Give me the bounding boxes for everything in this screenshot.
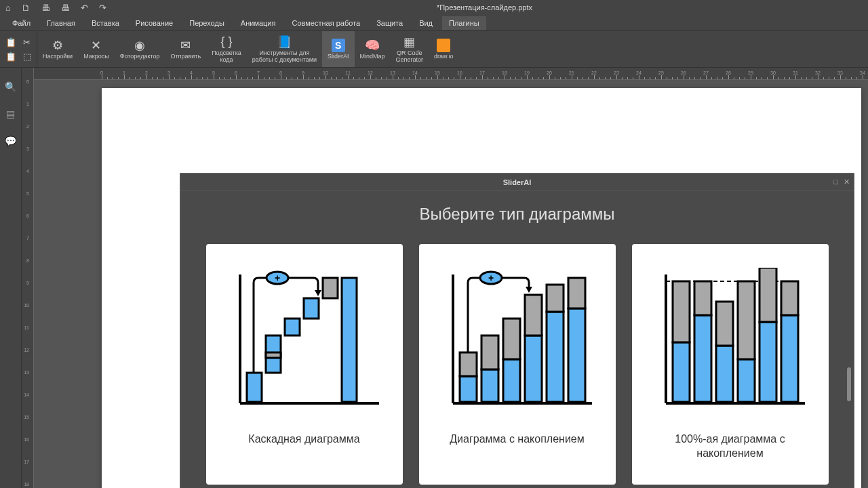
modal-titlebar[interactable]: SliderAI □ ✕ (180, 174, 854, 191)
svg-rect-35 (716, 302, 733, 346)
svg-rect-23 (568, 308, 585, 402)
svg-rect-13 (460, 376, 477, 402)
svg-rect-4 (266, 352, 281, 358)
svg-rect-6 (304, 298, 319, 319)
svg-rect-38 (760, 322, 776, 402)
stacked100-chart-icon (646, 258, 815, 420)
tool-sliderai[interactable]: SSliderAI (322, 31, 355, 67)
svg-rect-33 (694, 281, 711, 315)
copy-icon[interactable]: 📋 (5, 37, 16, 47)
modal-title: SliderAI (503, 178, 532, 186)
scrollbar-thumb[interactable] (847, 367, 851, 401)
card-waterfall[interactable]: + Каскадная диаграмма (206, 244, 403, 485)
svg-rect-34 (716, 346, 733, 402)
tool-отправить[interactable]: ✉Отправить (165, 31, 207, 67)
svg-text:+: + (274, 272, 279, 283)
left-rail: 🔍 ▤ 💬 (0, 68, 22, 488)
menu-plugins[interactable]: Плагины (442, 16, 486, 30)
menu-insert[interactable]: Вставка (85, 16, 126, 30)
menu-home[interactable]: Главная (40, 16, 82, 30)
svg-rect-14 (460, 352, 477, 376)
card-stacked100-label: 100%-ая диаграмма с накоплением (646, 432, 815, 461)
comments-icon[interactable]: 💬 (5, 136, 16, 146)
card-stacked100[interactable]: 100%-ая диаграмма с накоплением (632, 244, 829, 485)
menu-protection[interactable]: Защита (370, 16, 410, 30)
menu-draw[interactable]: Рисование (129, 16, 180, 30)
close-icon[interactable]: ✕ (844, 178, 850, 186)
menu-animation[interactable]: Анимация (234, 16, 283, 30)
svg-rect-31 (673, 281, 690, 342)
redo-icon[interactable]: ↷ (99, 3, 106, 13)
menubar: Файл Главная Вставка Рисование Переходы … (0, 15, 868, 31)
print2-icon[interactable]: 🖶 (61, 3, 70, 13)
menu-file[interactable]: Файл (5, 16, 37, 30)
svg-rect-40 (781, 315, 798, 402)
main-area: 🔍 ▤ 💬 0123456789101112131415161718 01234… (0, 68, 868, 488)
menu-view[interactable]: Вид (412, 16, 439, 30)
document-title: *Презентация-слайдер.pptx (106, 3, 863, 12)
tool-mindmap[interactable]: 🧠MindMap (355, 31, 391, 67)
menu-collaboration[interactable]: Совместная работа (285, 16, 367, 30)
svg-rect-8 (342, 278, 357, 402)
svg-rect-32 (694, 315, 711, 402)
svg-rect-2 (247, 373, 262, 402)
svg-text:+: + (488, 272, 493, 283)
titlebar-quick-icons: ⌂ 🗋 🖶 🖶 ↶ ↷ (5, 3, 106, 13)
card-stacked-label: Диаграмма с накоплением (450, 432, 584, 447)
svg-rect-16 (481, 336, 498, 369)
cut-icon[interactable]: ✂ (23, 37, 31, 47)
svg-rect-24 (568, 278, 585, 308)
tool-инструменты-для-работы-с-документами[interactable]: 📘Инструменты для работы с документами (247, 31, 322, 67)
stacked-chart-icon: + (433, 258, 602, 420)
svg-rect-39 (760, 268, 776, 322)
svg-rect-19 (525, 336, 542, 402)
svg-rect-30 (673, 342, 690, 402)
svg-rect-15 (481, 369, 498, 402)
card-stacked[interactable]: + Диаграмма с накоплением (419, 244, 616, 485)
search-icon[interactable]: 🔍 (5, 81, 16, 92)
tool-макросы[interactable]: ✕Макросы (78, 31, 115, 67)
tool-настройки[interactable]: ⚙Настройки (37, 31, 78, 67)
svg-rect-7 (323, 278, 338, 298)
svg-rect-5 (285, 319, 300, 336)
svg-rect-41 (781, 281, 798, 315)
modal-body: Выберите тип диаграммы (180, 191, 854, 488)
waterfall-chart-icon: + (220, 258, 389, 420)
slides-icon[interactable]: ▤ (6, 108, 15, 119)
select-icon[interactable]: ⬚ (23, 52, 31, 62)
chart-type-cards: + Каскадная диаграмма (201, 244, 833, 485)
toolbar: 📋 ✂ 📋 ⬚ ⚙Настройки✕Макросы◉Фоторедактор✉… (0, 31, 868, 68)
titlebar: ⌂ 🗋 🖶 🖶 ↶ ↷ *Презентация-слайдер.pptx (0, 0, 868, 15)
svg-rect-17 (503, 359, 520, 402)
svg-rect-18 (503, 319, 520, 359)
modal-heading: Выберите тип диаграммы (201, 205, 833, 224)
maximize-icon[interactable]: □ (833, 178, 838, 186)
print-icon[interactable]: 🖶 (41, 3, 50, 13)
undo-icon[interactable]: ↶ (81, 3, 88, 13)
svg-rect-20 (525, 295, 542, 336)
svg-rect-21 (547, 312, 564, 402)
tool-фоторедактор[interactable]: ◉Фоторедактор (115, 31, 165, 67)
svg-rect-37 (738, 281, 755, 359)
save-icon[interactable]: 🗋 (22, 3, 31, 13)
canvas-area: 0123456789101112131415161718192021222324… (34, 68, 868, 488)
toolbar-clipboard: 📋 ✂ 📋 ⬚ (0, 31, 37, 67)
sliderai-modal: SliderAI □ ✕ Выберите тип диаграммы (180, 173, 854, 488)
menu-transitions[interactable]: Переходы (182, 16, 231, 30)
card-waterfall-label: Каскадная диаграмма (248, 432, 359, 447)
tool-draw.io[interactable]: draw.io (429, 31, 459, 67)
home-icon[interactable]: ⌂ (5, 3, 11, 13)
paste-icon[interactable]: 📋 (5, 52, 16, 62)
svg-rect-22 (547, 285, 564, 312)
svg-rect-36 (738, 359, 755, 402)
tool-подсветка-кода[interactable]: { }Подсветка кода (206, 31, 247, 67)
vertical-ruler: 0123456789101112131415161718 (22, 68, 34, 488)
horizontal-ruler: 0123456789101112131415161718192021222324… (34, 68, 868, 80)
tool-qr-code-generator[interactable]: ▦QR Code Generator (391, 31, 429, 67)
